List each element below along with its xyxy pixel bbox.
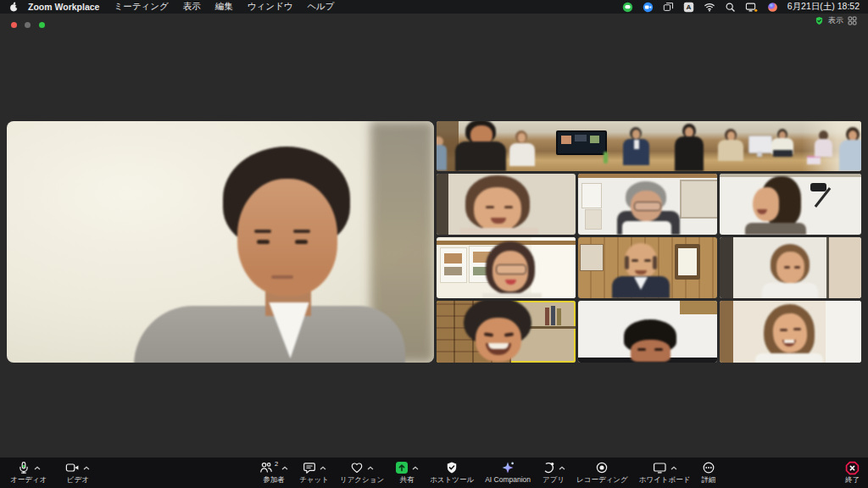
chevron-up-icon[interactable] (34, 466, 41, 470)
video-label: ビデオ (67, 475, 89, 485)
participant-video-r2c3[interactable] (720, 174, 861, 235)
whiteboard-label: ホワイトボード (639, 475, 691, 485)
chevron-up-icon[interactable] (559, 466, 565, 470)
participants-count-badge: 2 (275, 460, 278, 468)
ai-companion-label: AI Companion (485, 475, 531, 485)
fullscreen-window-button[interactable] (39, 22, 45, 28)
chevron-up-icon[interactable] (670, 466, 677, 470)
end-meeting-label: 終了 (845, 475, 860, 485)
participant-video-r3c3[interactable] (720, 237, 861, 298)
reactions-label: リアクション (340, 475, 384, 485)
ai-companion-button[interactable]: AI Companion (485, 458, 531, 485)
chat-button[interactable]: チャット (299, 458, 329, 485)
more-label: 詳細 (701, 475, 715, 485)
participant-video-r3c1[interactable] (437, 237, 576, 298)
participant-video-r2c2[interactable] (578, 174, 717, 235)
mouth-shape (271, 275, 293, 279)
apps-button[interactable]: アプリ (542, 458, 565, 485)
end-meeting-icon (845, 461, 860, 475)
encryption-shield-icon (815, 16, 824, 25)
app-name[interactable]: Zoom Workplace (28, 2, 99, 12)
participants-button[interactable]: 2 参加者 (259, 458, 288, 485)
siri-icon[interactable] (767, 2, 778, 13)
eyebrow-shape (293, 230, 310, 233)
chevron-up-icon[interactable] (412, 466, 419, 470)
menu-window[interactable]: ウィンドウ (248, 1, 293, 13)
room-participants (437, 121, 861, 171)
person-figure (578, 237, 717, 298)
ai-companion-sparkle-icon (501, 461, 515, 474)
end-meeting-button[interactable]: 終了 (845, 458, 860, 485)
apple-logo-icon[interactable] (8, 2, 19, 13)
participant-video-r4c2[interactable] (578, 301, 717, 363)
audio-button[interactable]: オーディオ (10, 458, 47, 485)
zoom-window: 表示 (0, 14, 868, 458)
chevron-up-icon[interactable] (367, 466, 374, 470)
record-icon (595, 461, 609, 474)
participant-video-r3c2[interactable] (578, 237, 717, 298)
zoom-app-icon[interactable] (643, 2, 654, 13)
eye-shape (295, 240, 308, 244)
menu-meeting[interactable]: ミーティング (114, 1, 168, 13)
recording-button[interactable]: レコーディング (576, 458, 628, 485)
video-button[interactable]: ビデオ (65, 458, 90, 485)
person-figure (437, 301, 576, 363)
participants-label: 参加者 (263, 475, 285, 485)
host-tools-button[interactable]: ホストツール (430, 458, 474, 485)
chevron-up-icon[interactable] (281, 466, 288, 470)
menu-help[interactable]: ヘルプ (307, 1, 334, 13)
person-figure (437, 237, 576, 298)
share-screen-button[interactable]: 共有 (395, 458, 419, 485)
heart-reaction-icon (350, 461, 364, 474)
participant-video-r4c3[interactable] (720, 301, 861, 363)
zoom-desktop: { "menubar": { "app_name": "Zoom Workpla… (0, 0, 868, 488)
menu-bar: Zoom Workplace ミーティング 表示 編集 ウィンドウ ヘルプ A (0, 0, 868, 14)
svg-text:A: A (686, 3, 691, 11)
share-label: 共有 (400, 475, 415, 485)
more-button[interactable]: 詳細 (701, 458, 715, 485)
recording-label: レコーディング (576, 475, 628, 485)
chevron-up-icon[interactable] (320, 466, 326, 470)
line-app-icon[interactable] (622, 2, 633, 13)
menu-edit[interactable]: 編集 (215, 1, 233, 13)
apps-icon (542, 461, 555, 474)
host-tools-label: ホストツール (430, 475, 474, 485)
meeting-toolbar: オーディオ ビデオ 2 (0, 458, 868, 488)
video-camera-icon (65, 461, 80, 474)
close-window-button[interactable] (11, 22, 17, 28)
view-controls: 表示 (815, 15, 857, 26)
display-status-icon[interactable] (745, 2, 758, 13)
participant-video-r2c1[interactable] (437, 174, 576, 235)
wifi-icon[interactable] (704, 2, 715, 13)
whiteboard-icon (653, 461, 667, 474)
whiteboard-button[interactable]: ホワイトボード (639, 458, 691, 485)
reactions-button[interactable]: リアクション (340, 458, 384, 485)
active-speaker-video[interactable] (437, 301, 576, 363)
host-tools-shield-icon (445, 461, 459, 474)
mission-control-icon[interactable] (663, 2, 674, 13)
participants-icon (259, 461, 273, 474)
menu-view[interactable]: 表示 (183, 1, 201, 13)
microphone-icon (17, 461, 31, 474)
main-speaker-video[interactable] (7, 121, 434, 363)
audio-label: オーディオ (10, 475, 47, 485)
spotlight-search-icon[interactable] (725, 2, 736, 13)
menu-bar-clock[interactable]: 6月21日(土) 18:52 (787, 1, 860, 13)
chevron-up-icon[interactable] (83, 466, 90, 470)
chat-label: チャット (299, 475, 329, 485)
person-figure (720, 174, 861, 235)
person-figure (7, 121, 434, 363)
share-screen-icon (395, 461, 409, 474)
minimize-window-button[interactable] (25, 22, 31, 28)
person-figure (578, 301, 717, 363)
person-figure (437, 174, 576, 235)
chat-icon (303, 461, 316, 474)
person-figure (578, 174, 717, 235)
apps-label: アプリ (542, 475, 565, 485)
panorama-room-video[interactable] (437, 121, 861, 171)
gallery-layout-icon[interactable] (848, 16, 857, 25)
eye-shape (257, 240, 270, 244)
view-button-label[interactable]: 表示 (828, 15, 843, 26)
eyebrow-shape (254, 230, 271, 233)
input-source-a-icon[interactable]: A (683, 2, 694, 13)
